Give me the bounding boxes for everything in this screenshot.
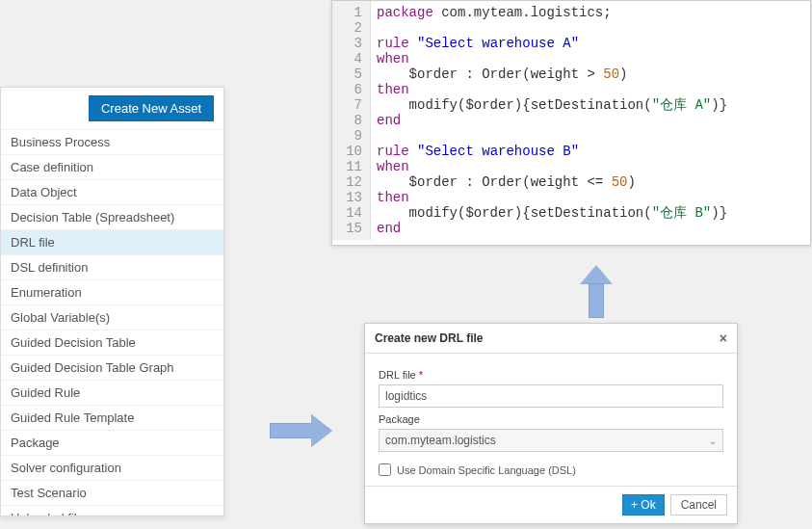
dialog-title-text: Create new DRL file <box>375 331 483 345</box>
menu-item[interactable]: Guided Decision Table Graph <box>1 356 223 381</box>
menu-item[interactable]: Test Scenario <box>1 481 223 506</box>
menu-item[interactable]: Case definition <box>1 155 223 180</box>
menu-item[interactable]: DRL file <box>1 230 223 255</box>
menu-item[interactable]: Solver configuration <box>1 456 223 481</box>
code-lines[interactable]: package com.myteam.logistics; rule "Sele… <box>371 1 733 240</box>
dialog-title-bar: Create new DRL file × <box>365 324 737 354</box>
arrow-right-icon <box>270 416 333 445</box>
menu-item[interactable]: Enumeration <box>1 280 223 305</box>
menu-item[interactable]: Data Object <box>1 180 223 205</box>
menu-item[interactable]: Guided Rule Template <box>1 406 223 431</box>
package-select[interactable]: com.myteam.logistics ⌄ <box>379 429 723 452</box>
create-drl-dialog: Create new DRL file × DRL file * Package… <box>364 323 738 524</box>
close-icon[interactable]: × <box>720 331 727 346</box>
ok-button[interactable]: + Ok <box>622 494 665 516</box>
create-new-asset-button[interactable]: Create New Asset <box>89 95 214 121</box>
dsl-checkbox-label: Use Domain Specific Language (DSL) <box>397 464 576 476</box>
arrow-up-icon <box>582 265 611 318</box>
menu-item[interactable]: Guided Decision Table <box>1 331 223 356</box>
drl-file-label: DRL file * <box>379 369 723 381</box>
code-editor[interactable]: 123456789101112131415 package com.myteam… <box>331 0 811 246</box>
menu-item[interactable]: Global Variable(s) <box>1 305 223 331</box>
menu-item[interactable]: Uploaded file <box>1 506 223 516</box>
menu-item[interactable]: DSL definition <box>1 255 223 280</box>
dsl-checkbox-row[interactable]: Use Domain Specific Language (DSL) <box>379 463 723 476</box>
chevron-down-icon: ⌄ <box>709 436 717 446</box>
asset-menu-list: Business ProcessCase definitionData Obje… <box>1 130 223 516</box>
package-select-value: com.myteam.logistics <box>385 434 496 447</box>
cancel-button[interactable]: Cancel <box>670 494 727 516</box>
menu-item[interactable]: Decision Table (Spreadsheet) <box>1 205 223 230</box>
line-gutter: 123456789101112131415 <box>332 1 371 240</box>
menu-item[interactable]: Business Process <box>1 130 223 155</box>
dropdown-header: Create New Asset <box>1 88 223 130</box>
dsl-checkbox[interactable] <box>379 463 391 476</box>
drl-file-input[interactable] <box>379 384 723 408</box>
menu-item[interactable]: Package <box>1 431 223 456</box>
asset-dropdown: Create New Asset Business ProcessCase de… <box>0 87 224 516</box>
package-label: Package <box>379 413 723 425</box>
menu-item[interactable]: Guided Rule <box>1 381 223 406</box>
